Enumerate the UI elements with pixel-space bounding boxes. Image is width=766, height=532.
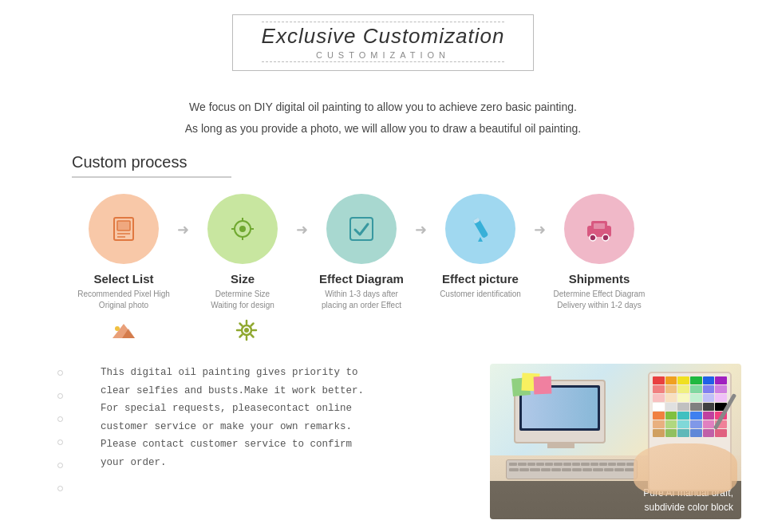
swatch [690,420,702,428]
svg-rect-19 [594,223,605,229]
step-desc-size: Determine SizeWaiting for design [211,289,274,311]
step-desc-effect-diagram: Within 1-3 days afterplacing an order Ef… [322,289,401,311]
step-label-size: Size [231,272,255,286]
arrow-3: ➜ [415,194,427,238]
swatch [703,412,715,420]
bottom-text: This digital oil painting gives priority… [91,364,474,471]
checkmark-icon [345,213,377,245]
swatch [715,385,727,393]
gear-icon [234,317,259,343]
process-underline [72,176,231,178]
step-effect-diagram: Effect Diagram Within 1-3 days afterplac… [310,194,413,311]
swatch [665,420,677,428]
swatch [690,429,702,437]
swatch [665,403,677,411]
swatch [690,376,702,384]
steps-row: Select List Recommended Pixel HighOrigin… [64,194,766,311]
screen-content [522,388,598,428]
svg-rect-11 [350,218,373,240]
mountain-icon [109,321,138,340]
dot-5 [57,463,63,468]
dot-3 [57,416,63,422]
step-effect-picture: Effect picture Customer identification [428,194,532,300]
swatch [703,385,715,393]
swatch [677,412,689,420]
bottom-section: This digital oil painting gives priority… [0,364,766,532]
swatch [677,403,689,411]
sub-icon-gear [195,317,298,343]
step-desc-shipments: Determine Effect DiagramDelivery within … [554,289,646,311]
svg-point-18 [602,234,609,241]
svg-line-31 [251,324,254,326]
arrow-2: ➜ [296,194,308,238]
swatch [677,420,689,428]
svg-line-32 [240,335,243,337]
hand [634,443,737,495]
description: We focus on DIY digital oil painting to … [80,97,686,139]
step-circle-select-list [89,194,159,264]
sub-icon-mountain [72,321,176,340]
process-section: Custom process Select List Recommended P… [64,153,766,351]
svg-marker-13 [478,237,483,242]
swatches-grid [650,373,730,440]
pencil-icon [464,213,496,245]
step-label-select-list: Select List [93,272,153,286]
monitor-stand [547,442,574,448]
swatch [690,412,702,420]
swatch [665,376,677,384]
arrow-4: ➜ [534,194,546,238]
keyboard-keys [507,460,637,468]
step-shipments: Shipments Determine Effect DiagramDelive… [547,194,651,311]
header-border-box: Exclusive Customization CUSTOMIZATION [232,14,535,71]
swatch [653,429,665,437]
step-desc-select-list: Recommended Pixel HighOriginal photo [77,289,170,311]
swatch [665,394,677,402]
swatch [677,394,689,402]
dot-4 [57,439,63,445]
swatch [715,394,727,402]
keyboard-row2 [507,468,637,473]
swatch [653,385,665,393]
product-image: Pure AI manual draft, subdivide color bl… [490,364,741,519]
list-icon [108,213,140,245]
sub-steps-row [64,317,766,343]
swatch [677,376,689,384]
svg-point-17 [590,234,596,241]
swatch [677,385,689,393]
swatch [703,429,715,437]
dot-1 [57,370,63,376]
step-desc-effect-picture: Customer identification [440,289,521,300]
step-circle-effect-diagram [326,194,397,264]
step-circle-effect-picture [445,194,515,264]
svg-point-24 [244,328,249,333]
keyboard [506,459,638,479]
header-section: Exclusive Customization CUSTOMIZATION [0,0,766,79]
svg-rect-1 [117,221,130,231]
header-subtitle: CUSTOMIZATION [262,50,505,60]
swatch [715,429,727,437]
swatch [690,394,702,402]
swatch [690,403,702,411]
size-icon [227,213,259,245]
step-circle-size [207,194,278,264]
swatch [677,429,689,437]
car-icon [583,213,615,245]
step-label-effect-diagram: Effect Diagram [319,272,404,286]
swatch [703,394,715,402]
swatch [653,376,665,384]
left-panel: This digital oil painting gives priority… [0,364,490,519]
swatch [653,412,665,420]
monitor-screen [519,385,600,431]
swatch [703,403,715,411]
swatch [703,420,715,428]
swatch [665,385,677,393]
svg-point-6 [239,226,246,232]
swatch [653,420,665,428]
step-circle-shipments [564,194,634,264]
description-line1: We focus on DIY digital oil painting to … [80,97,686,118]
description-line2: As long as you provide a photo, we will … [80,118,686,140]
dot-2 [57,393,63,399]
header-title: Exclusive Customization [262,24,505,49]
step-size: Size Determine SizeWaiting for design [191,194,294,311]
swatch [715,376,727,384]
